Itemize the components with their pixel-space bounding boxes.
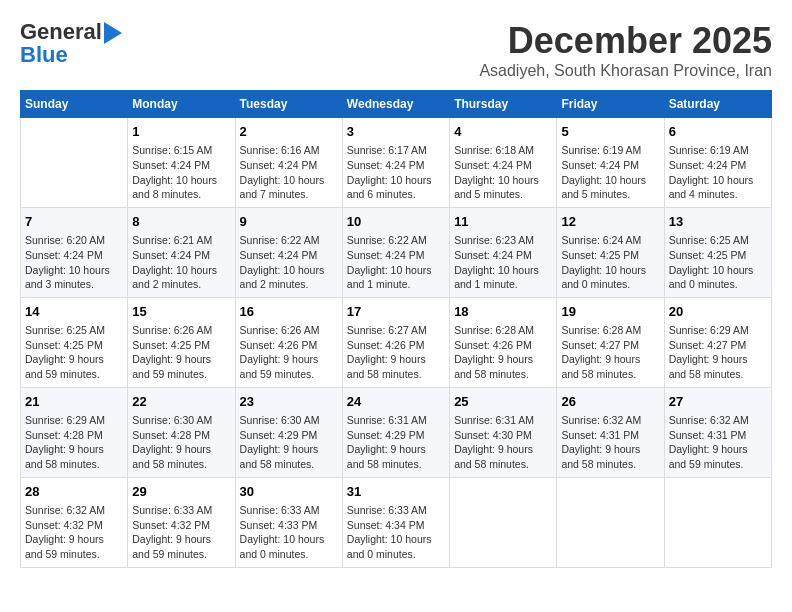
day-info: Sunrise: 6:29 AM Sunset: 4:27 PM Dayligh… <box>669 323 767 382</box>
day-info: Sunrise: 6:31 AM Sunset: 4:30 PM Dayligh… <box>454 413 552 472</box>
day-info: Sunrise: 6:27 AM Sunset: 4:26 PM Dayligh… <box>347 323 445 382</box>
calendar-cell: 27Sunrise: 6:32 AM Sunset: 4:31 PM Dayli… <box>664 387 771 477</box>
day-info: Sunrise: 6:30 AM Sunset: 4:28 PM Dayligh… <box>132 413 230 472</box>
weekday-header-thursday: Thursday <box>450 91 557 118</box>
calendar-cell: 19Sunrise: 6:28 AM Sunset: 4:27 PM Dayli… <box>557 297 664 387</box>
calendar-cell: 11Sunrise: 6:23 AM Sunset: 4:24 PM Dayli… <box>450 207 557 297</box>
day-number: 7 <box>25 213 123 231</box>
day-number: 30 <box>240 483 338 501</box>
calendar-cell: 29Sunrise: 6:33 AM Sunset: 4:32 PM Dayli… <box>128 477 235 567</box>
calendar-cell: 25Sunrise: 6:31 AM Sunset: 4:30 PM Dayli… <box>450 387 557 477</box>
day-number: 9 <box>240 213 338 231</box>
calendar-header-row: SundayMondayTuesdayWednesdayThursdayFrid… <box>21 91 772 118</box>
day-number: 5 <box>561 123 659 141</box>
calendar-cell: 2Sunrise: 6:16 AM Sunset: 4:24 PM Daylig… <box>235 118 342 208</box>
day-info: Sunrise: 6:28 AM Sunset: 4:27 PM Dayligh… <box>561 323 659 382</box>
day-number: 1 <box>132 123 230 141</box>
weekday-header-saturday: Saturday <box>664 91 771 118</box>
weekday-header-friday: Friday <box>557 91 664 118</box>
day-info: Sunrise: 6:15 AM Sunset: 4:24 PM Dayligh… <box>132 143 230 202</box>
day-number: 16 <box>240 303 338 321</box>
calendar-cell: 10Sunrise: 6:22 AM Sunset: 4:24 PM Dayli… <box>342 207 449 297</box>
day-number: 8 <box>132 213 230 231</box>
day-number: 22 <box>132 393 230 411</box>
calendar-cell: 4Sunrise: 6:18 AM Sunset: 4:24 PM Daylig… <box>450 118 557 208</box>
day-info: Sunrise: 6:28 AM Sunset: 4:26 PM Dayligh… <box>454 323 552 382</box>
day-info: Sunrise: 6:25 AM Sunset: 4:25 PM Dayligh… <box>25 323 123 382</box>
calendar-cell: 3Sunrise: 6:17 AM Sunset: 4:24 PM Daylig… <box>342 118 449 208</box>
calendar-cell: 26Sunrise: 6:32 AM Sunset: 4:31 PM Dayli… <box>557 387 664 477</box>
day-number: 10 <box>347 213 445 231</box>
calendar-cell: 31Sunrise: 6:33 AM Sunset: 4:34 PM Dayli… <box>342 477 449 567</box>
calendar-cell: 1Sunrise: 6:15 AM Sunset: 4:24 PM Daylig… <box>128 118 235 208</box>
day-number: 2 <box>240 123 338 141</box>
weekday-header-tuesday: Tuesday <box>235 91 342 118</box>
calendar-week-row: 7Sunrise: 6:20 AM Sunset: 4:24 PM Daylig… <box>21 207 772 297</box>
weekday-header-wednesday: Wednesday <box>342 91 449 118</box>
weekday-header-monday: Monday <box>128 91 235 118</box>
calendar-table: SundayMondayTuesdayWednesdayThursdayFrid… <box>20 90 772 568</box>
day-number: 6 <box>669 123 767 141</box>
day-info: Sunrise: 6:17 AM Sunset: 4:24 PM Dayligh… <box>347 143 445 202</box>
calendar-cell: 12Sunrise: 6:24 AM Sunset: 4:25 PM Dayli… <box>557 207 664 297</box>
day-info: Sunrise: 6:26 AM Sunset: 4:26 PM Dayligh… <box>240 323 338 382</box>
calendar-cell: 5Sunrise: 6:19 AM Sunset: 4:24 PM Daylig… <box>557 118 664 208</box>
day-info: Sunrise: 6:23 AM Sunset: 4:24 PM Dayligh… <box>454 233 552 292</box>
day-info: Sunrise: 6:19 AM Sunset: 4:24 PM Dayligh… <box>669 143 767 202</box>
calendar-cell <box>664 477 771 567</box>
calendar-cell: 22Sunrise: 6:30 AM Sunset: 4:28 PM Dayli… <box>128 387 235 477</box>
calendar-week-row: 28Sunrise: 6:32 AM Sunset: 4:32 PM Dayli… <box>21 477 772 567</box>
day-number: 27 <box>669 393 767 411</box>
day-number: 3 <box>347 123 445 141</box>
calendar-cell: 14Sunrise: 6:25 AM Sunset: 4:25 PM Dayli… <box>21 297 128 387</box>
logo-arrow-icon <box>104 22 122 44</box>
day-info: Sunrise: 6:32 AM Sunset: 4:31 PM Dayligh… <box>669 413 767 472</box>
calendar-cell: 30Sunrise: 6:33 AM Sunset: 4:33 PM Dayli… <box>235 477 342 567</box>
day-number: 19 <box>561 303 659 321</box>
calendar-cell: 23Sunrise: 6:30 AM Sunset: 4:29 PM Dayli… <box>235 387 342 477</box>
calendar-cell: 24Sunrise: 6:31 AM Sunset: 4:29 PM Dayli… <box>342 387 449 477</box>
day-info: Sunrise: 6:26 AM Sunset: 4:25 PM Dayligh… <box>132 323 230 382</box>
day-number: 28 <box>25 483 123 501</box>
calendar-cell <box>21 118 128 208</box>
calendar-cell <box>557 477 664 567</box>
logo-text-blue: Blue <box>20 42 68 68</box>
calendar-week-row: 14Sunrise: 6:25 AM Sunset: 4:25 PM Dayli… <box>21 297 772 387</box>
title-block: December 2025 Asadiyeh, South Khorasan P… <box>479 20 772 80</box>
calendar-cell: 18Sunrise: 6:28 AM Sunset: 4:26 PM Dayli… <box>450 297 557 387</box>
day-number: 29 <box>132 483 230 501</box>
day-number: 14 <box>25 303 123 321</box>
weekday-header-sunday: Sunday <box>21 91 128 118</box>
day-info: Sunrise: 6:31 AM Sunset: 4:29 PM Dayligh… <box>347 413 445 472</box>
month-year-title: December 2025 <box>479 20 772 62</box>
day-info: Sunrise: 6:20 AM Sunset: 4:24 PM Dayligh… <box>25 233 123 292</box>
calendar-cell: 7Sunrise: 6:20 AM Sunset: 4:24 PM Daylig… <box>21 207 128 297</box>
day-info: Sunrise: 6:32 AM Sunset: 4:32 PM Dayligh… <box>25 503 123 562</box>
calendar-cell: 21Sunrise: 6:29 AM Sunset: 4:28 PM Dayli… <box>21 387 128 477</box>
location-subtitle: Asadiyeh, South Khorasan Province, Iran <box>479 62 772 80</box>
calendar-cell <box>450 477 557 567</box>
day-number: 20 <box>669 303 767 321</box>
day-number: 17 <box>347 303 445 321</box>
day-info: Sunrise: 6:22 AM Sunset: 4:24 PM Dayligh… <box>240 233 338 292</box>
calendar-cell: 6Sunrise: 6:19 AM Sunset: 4:24 PM Daylig… <box>664 118 771 208</box>
logo-text-general: General <box>20 19 102 44</box>
day-info: Sunrise: 6:30 AM Sunset: 4:29 PM Dayligh… <box>240 413 338 472</box>
day-number: 23 <box>240 393 338 411</box>
day-info: Sunrise: 6:16 AM Sunset: 4:24 PM Dayligh… <box>240 143 338 202</box>
calendar-week-row: 21Sunrise: 6:29 AM Sunset: 4:28 PM Dayli… <box>21 387 772 477</box>
day-info: Sunrise: 6:32 AM Sunset: 4:31 PM Dayligh… <box>561 413 659 472</box>
calendar-cell: 9Sunrise: 6:22 AM Sunset: 4:24 PM Daylig… <box>235 207 342 297</box>
day-number: 11 <box>454 213 552 231</box>
day-info: Sunrise: 6:21 AM Sunset: 4:24 PM Dayligh… <box>132 233 230 292</box>
calendar-cell: 13Sunrise: 6:25 AM Sunset: 4:25 PM Dayli… <box>664 207 771 297</box>
day-number: 18 <box>454 303 552 321</box>
day-info: Sunrise: 6:24 AM Sunset: 4:25 PM Dayligh… <box>561 233 659 292</box>
day-number: 26 <box>561 393 659 411</box>
day-number: 25 <box>454 393 552 411</box>
day-number: 31 <box>347 483 445 501</box>
day-number: 21 <box>25 393 123 411</box>
day-number: 15 <box>132 303 230 321</box>
day-info: Sunrise: 6:18 AM Sunset: 4:24 PM Dayligh… <box>454 143 552 202</box>
day-number: 12 <box>561 213 659 231</box>
